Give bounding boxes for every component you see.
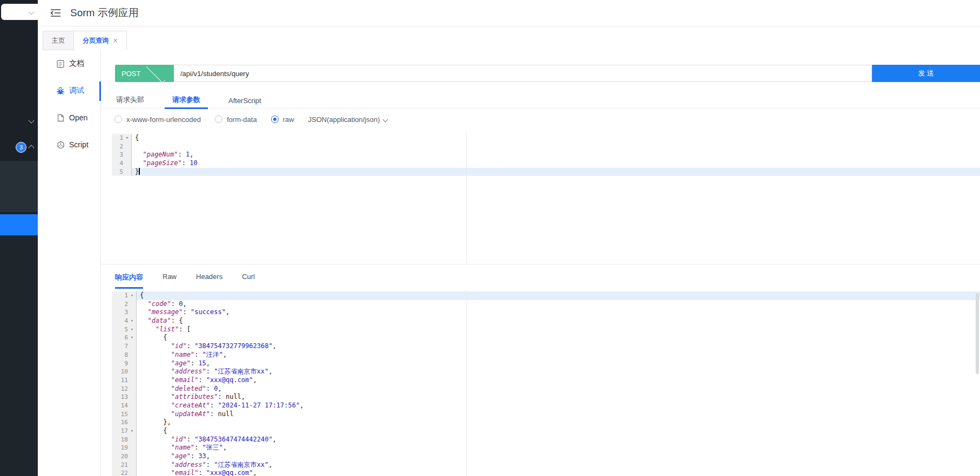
tab-afterscript[interactable]: AfterScript	[221, 97, 269, 108]
rail-preview-highlight	[0, 214, 38, 235]
response-tabs: 响应内容 Raw Headers Curl	[101, 273, 270, 288]
code-line[interactable]: 4▾ "data": {	[112, 317, 980, 325]
code-text: "deleted": 0,	[137, 385, 980, 393]
url-input[interactable]	[174, 65, 872, 82]
radio-x-www-form-urlencoded[interactable]: x-www-form-urlencoded	[114, 115, 201, 124]
code-line[interactable]: 5▾ "list": [	[112, 325, 980, 334]
fold-arrow-icon[interactable]: ▾	[124, 134, 130, 142]
code-text: "list": [	[137, 325, 980, 334]
code-line[interactable]: 20 "age": 33,	[112, 452, 980, 461]
rail-preview-body	[0, 235, 38, 476]
code-line[interactable]: 9 "age": 15,	[112, 359, 980, 368]
app-switcher-select[interactable]	[1, 4, 40, 20]
tab-label: Headers	[196, 273, 222, 285]
request-bar: POST 发 送	[115, 65, 980, 82]
code-line[interactable]: 8 "name": "汪洋",	[112, 351, 980, 359]
tab-response-headers[interactable]: Headers	[192, 273, 227, 285]
method-select[interactable]: POST	[115, 65, 174, 82]
rail-chevron-up-icon[interactable]	[28, 145, 34, 151]
code-text: "age": 15,	[137, 359, 980, 368]
code-text: "pageSize": 10	[132, 159, 980, 168]
radio-form-data[interactable]: form-data	[215, 115, 257, 124]
code-line[interactable]: 19 "name": "张三",	[112, 444, 980, 452]
code-text: "code": 0,	[137, 300, 980, 309]
active-underline	[115, 287, 143, 289]
code-text: "pageNum": 1,	[132, 151, 980, 159]
line-number: 1▾	[112, 134, 132, 142]
code-line[interactable]: 17▾ {	[112, 427, 980, 436]
editor-ruler	[466, 290, 467, 476]
tab-home[interactable]: 主页	[43, 31, 74, 50]
code-line[interactable]: 5}	[112, 168, 980, 176]
rail-chevron-down-icon[interactable]	[28, 117, 34, 123]
page-title: Sorm 示例应用	[70, 6, 139, 20]
document-icon	[56, 59, 65, 68]
tab-home-label: 主页	[52, 36, 65, 45]
response-body-editor[interactable]: 1▾{2 "code": 0,3 "message": "success",4▾…	[112, 290, 980, 476]
chevron-down-icon	[146, 64, 165, 83]
code-line[interactable]: 12 "deleted": 0,	[112, 385, 980, 393]
notification-badge[interactable]: 3	[16, 142, 26, 153]
code-text: "email": "xxx@qq.com",	[137, 376, 980, 385]
response-scrollbar[interactable]	[976, 293, 979, 374]
line-number: 2	[112, 142, 132, 151]
code-line[interactable]: 11 "email": "xxx@qq.com",	[112, 376, 980, 385]
send-button[interactable]: 发 送	[872, 65, 980, 82]
rail-preview-panel	[0, 161, 38, 212]
code-text: "id": "384753647474442240",	[137, 436, 980, 444]
radio-raw[interactable]: raw	[271, 115, 294, 124]
code-line[interactable]: 1▾{	[112, 291, 980, 300]
sidebar-item-script[interactable]: Script	[38, 131, 100, 158]
line-number: 5	[112, 168, 132, 176]
text-cursor	[139, 168, 140, 175]
code-line[interactable]: 6▾ {	[112, 334, 980, 342]
sidebar-item-debug[interactable]: 调试	[38, 77, 100, 104]
code-line[interactable]: 3 "message": "success",	[112, 308, 980, 317]
collapse-sidebar-icon[interactable]	[50, 8, 62, 18]
fold-arrow-icon[interactable]: ▾	[129, 325, 135, 334]
sidebar-item-open[interactable]: Open	[38, 104, 100, 131]
code-line[interactable]: 4 "pageSize": 10	[112, 159, 980, 168]
tab-label: Curl	[242, 273, 255, 285]
script-icon	[56, 140, 65, 149]
content-type-dropdown[interactable]: JSON(application/json)	[308, 115, 387, 124]
sidebar-item-label: 调试	[69, 86, 84, 96]
code-text: }	[132, 168, 980, 176]
code-line[interactable]: 16 },	[112, 418, 980, 427]
fold-arrow-icon[interactable]: ▾	[129, 334, 135, 342]
radio-label: form-data	[227, 115, 257, 124]
app-rail: 3	[0, 0, 38, 476]
code-line[interactable]: 2 "code": 0,	[112, 300, 980, 309]
tab-request-params[interactable]: 请求参数	[165, 95, 208, 109]
line-number: 16	[112, 418, 137, 427]
code-line[interactable]: 21 "address": "江苏省南京市xx",	[112, 461, 980, 470]
code-text: "name": "张三",	[137, 444, 980, 452]
code-line[interactable]: 15 "updateAt": null	[112, 410, 980, 419]
code-line[interactable]: 22 "email": "xxx@qq.com",	[112, 469, 980, 476]
code-line[interactable]: 7 "id": "384754732779962368",	[112, 342, 980, 351]
code-line[interactable]: 14 "createAt": "2024-11-27 17:17:56",	[112, 402, 980, 410]
code-line[interactable]: 3 "pageNum": 1,	[112, 151, 980, 159]
fold-arrow-icon[interactable]: ▾	[129, 317, 135, 325]
tab-response-body[interactable]: 响应内容	[111, 273, 147, 289]
tab-page-query[interactable]: 分页查询 ✕	[74, 31, 127, 50]
line-number: 7	[112, 342, 137, 351]
sidebar-item-docs[interactable]: 文档	[38, 50, 100, 77]
code-line[interactable]: 18 "id": "384753647474442240",	[112, 436, 980, 444]
request-body-editor[interactable]: 1▾{23 "pageNum": 1,4 "pageSize": 105}	[112, 132, 980, 263]
fold-arrow-icon[interactable]: ▾	[129, 291, 135, 300]
line-number: 20	[112, 452, 137, 461]
fold-arrow-icon[interactable]: ▾	[129, 427, 135, 436]
code-line[interactable]: 2	[112, 142, 980, 151]
code-line[interactable]: 13 "attributes": null,	[112, 393, 980, 402]
tab-response-curl[interactable]: Curl	[238, 273, 259, 285]
close-tab-icon[interactable]: ✕	[113, 37, 118, 44]
body-type-row: x-www-form-urlencoded form-data raw JSON…	[114, 112, 387, 126]
tab-response-raw[interactable]: Raw	[158, 273, 181, 285]
code-line[interactable]: 1▾{	[112, 134, 980, 142]
tab-request-headers[interactable]: 请求头部	[109, 95, 152, 108]
radio-icon	[114, 115, 122, 123]
code-text: {	[132, 134, 980, 142]
code-line[interactable]: 10 "address": "江苏省南京市xx",	[112, 368, 980, 376]
sidebar-item-label: Open	[69, 113, 87, 122]
